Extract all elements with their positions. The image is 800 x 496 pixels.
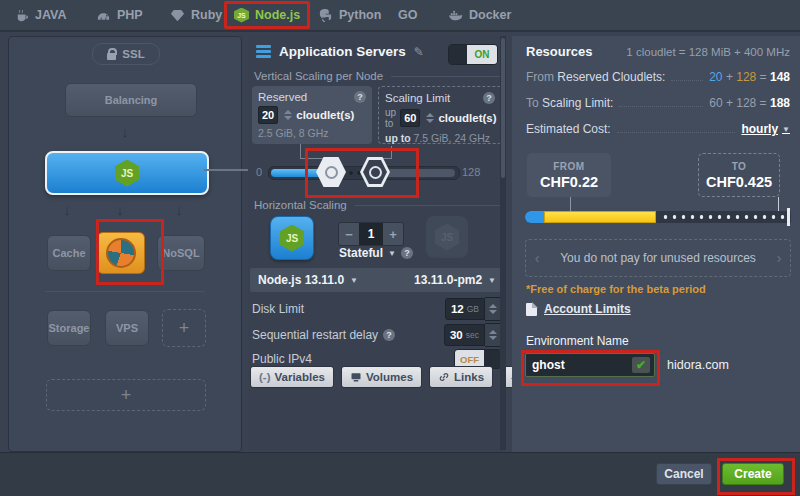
tab-label: Node.js: [255, 8, 300, 22]
arrow-down-icon: ↓: [112, 201, 128, 218]
balancing-block[interactable]: Balancing: [65, 83, 197, 117]
resources-title: Resources: [526, 44, 592, 59]
to-total: 188: [770, 96, 790, 110]
caret-down-icon: ▼: [488, 276, 496, 285]
tab-ruby[interactable]: Ruby: [170, 4, 222, 26]
carousel-prev-icon[interactable]: ‹: [526, 250, 548, 266]
app-logo-icon: [106, 238, 136, 268]
arrow-down-icon: ↓: [171, 201, 187, 218]
panel-title: Application Servers: [279, 44, 406, 59]
increase-count-button[interactable]: +: [383, 223, 403, 245]
nodejs-icon: JS: [234, 8, 249, 23]
tab-php[interactable]: PHP: [96, 4, 143, 26]
restart-delay-label: Sequential restart delay: [252, 328, 378, 342]
link-icon: [438, 371, 450, 383]
to-expression: 60 + 128 =: [709, 96, 766, 110]
balancing-label: Balancing: [105, 94, 158, 106]
from-cost-value: CHF0.22: [540, 174, 598, 190]
vps-block[interactable]: VPS: [105, 310, 149, 346]
from-label: FROM: [553, 161, 584, 172]
nosql-block[interactable]: NoSQL: [157, 235, 205, 271]
limit-slider-handle[interactable]: [360, 157, 390, 187]
node-count-value[interactable]: 1: [359, 223, 383, 245]
volumes-button[interactable]: Volumes: [341, 366, 422, 388]
help-icon[interactable]: ?: [483, 92, 495, 104]
public-ipv4-label: Public IPv4: [252, 352, 312, 366]
ruby-icon: [170, 8, 185, 23]
limit-title: Scaling Limit: [385, 92, 479, 104]
server-settings-panel: Application Servers ✎ ON Vertical Scalin…: [248, 36, 506, 450]
nodejs-server-block[interactable]: JS: [45, 151, 209, 195]
plus-icon: +: [179, 318, 190, 339]
billing-period-dropdown[interactable]: hourly ▼: [741, 122, 790, 136]
from-prefix: From: [526, 70, 554, 84]
cache-block[interactable]: Cache: [47, 235, 91, 271]
tab-docker[interactable]: Docker: [448, 4, 511, 26]
edit-icon[interactable]: ✎: [414, 45, 424, 59]
add-node-button[interactable]: +: [162, 309, 206, 347]
scaling-limit-card: Scaling Limit ? up to 60 cloudlet(s) up …: [378, 86, 502, 144]
slider-max-label: 128: [462, 166, 480, 178]
ssl-toggle[interactable]: SSL: [92, 43, 160, 65]
caret-down-icon: ▼: [350, 276, 358, 285]
lock-icon: [107, 53, 116, 60]
variables-button[interactable]: (-) Variables: [250, 366, 334, 388]
environment-name-value: ghost: [532, 358, 565, 372]
account-limits-link[interactable]: Account Limits: [526, 302, 631, 316]
from-total: 148: [770, 70, 790, 84]
topology-panel: SSL Balancing ↓ JS ↓ ↓ ↓ Cache NoSQL Sto…: [8, 36, 242, 452]
app-server-block[interactable]: [97, 232, 145, 274]
scaling-mode-dropdown[interactable]: Stateful ▼ ?: [326, 246, 426, 260]
ghost-node-tile: JS: [426, 216, 468, 258]
tab-java[interactable]: JAVA: [14, 4, 67, 26]
restart-delay-input[interactable]: 30sec: [444, 324, 485, 346]
cost-connector: [570, 197, 644, 212]
tab-label: PHP: [117, 8, 143, 22]
engine-version-dropdown[interactable]: Node.js 13.11.0 ▼: [258, 273, 358, 287]
runtime-version-dropdown[interactable]: 13.11.0-pm2 ▼: [414, 273, 496, 287]
help-icon[interactable]: ?: [383, 329, 395, 341]
cloudlet-unit-label: cloudlet(s): [296, 109, 354, 121]
carousel-message: You do not pay for unused resources: [548, 251, 768, 265]
docker-icon: [448, 8, 463, 23]
decrease-count-button[interactable]: −: [339, 223, 359, 245]
cloudlet-hint: 1 cloudlet = 128 MiB + 400 MHz: [626, 46, 790, 58]
limit-cloudlets-input[interactable]: 60: [400, 109, 420, 127]
environment-name-input[interactable]: ghost ✔: [525, 353, 655, 377]
help-icon[interactable]: ?: [354, 91, 366, 103]
tab-go[interactable]: GO: [398, 4, 417, 26]
handle-circle: [325, 166, 338, 179]
document-icon: [526, 303, 537, 316]
reserved-cloudlets-label: Reserved Cloudlets:: [557, 70, 665, 84]
storage-block[interactable]: Storage: [47, 310, 91, 346]
scrollbar[interactable]: [500, 36, 506, 450]
disk-limit-input[interactable]: 12GB: [445, 298, 485, 320]
slider-min-label: 0: [256, 166, 262, 178]
server-on-toggle[interactable]: ON: [448, 44, 498, 65]
scrollbar-thumb[interactable]: [501, 38, 505, 178]
arrow-down-icon: ↓: [59, 201, 75, 218]
dialog-footer: Cancel Create: [0, 452, 800, 496]
node-count-stepper: − 1 +: [338, 222, 404, 246]
ssl-label: SSL: [122, 48, 144, 60]
cancel-button[interactable]: Cancel: [656, 463, 712, 485]
language-tab-bar: JAVA PHP Ruby JS Node.js Python GO Docke…: [0, 0, 800, 32]
button-label: Variables: [275, 371, 326, 383]
help-icon[interactable]: ?: [401, 247, 413, 259]
reserved-cloudlets-input[interactable]: 20: [258, 106, 278, 124]
links-button[interactable]: Links: [429, 366, 493, 388]
variables-icon: (-): [259, 371, 271, 383]
domain-suffix: hidora.com: [667, 358, 729, 372]
carousel-next-icon[interactable]: ›: [768, 250, 790, 266]
create-button[interactable]: Create: [722, 463, 784, 485]
reserved-slider-handle[interactable]: [316, 157, 346, 187]
reserved-stepper[interactable]: [284, 110, 292, 120]
nodejs-node-tile[interactable]: JS: [270, 216, 314, 260]
to-prefix: To: [526, 96, 539, 110]
tab-nodejs-selected[interactable]: JS Node.js: [224, 1, 310, 29]
limit-stepper[interactable]: [426, 113, 434, 123]
add-layer-button[interactable]: +: [46, 379, 206, 411]
php-icon: [96, 8, 111, 23]
tab-python[interactable]: Python: [318, 4, 381, 26]
info-carousel: ‹ You do not pay for unused resources ›: [525, 239, 791, 277]
